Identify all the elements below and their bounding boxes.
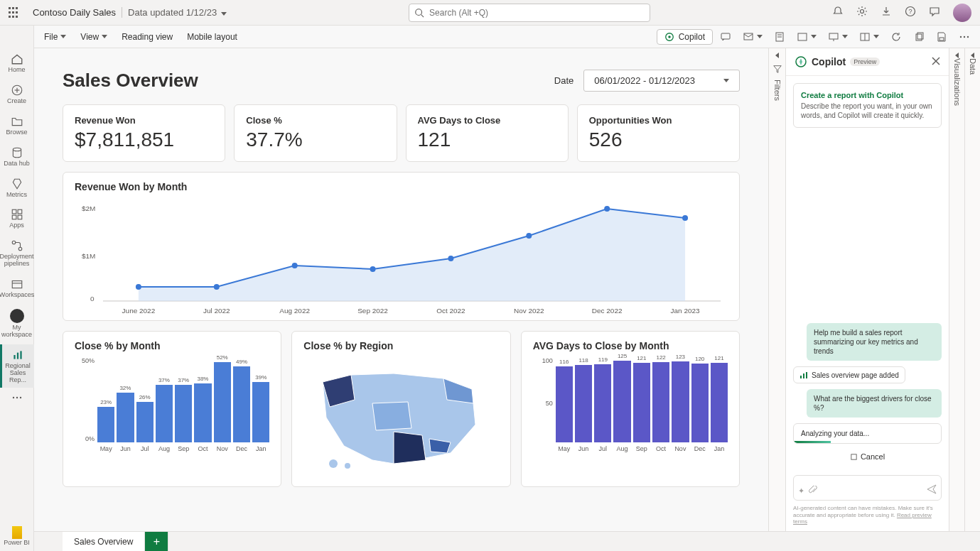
bookmark-icon[interactable] bbox=[770, 28, 790, 45]
more-icon[interactable] bbox=[954, 28, 974, 45]
reading-view-button[interactable]: Reading view bbox=[114, 29, 180, 45]
svg-rect-7 bbox=[721, 33, 730, 39]
svg-text:?: ? bbox=[908, 8, 912, 15]
us-map bbox=[303, 357, 498, 478]
layout-icon[interactable] bbox=[855, 28, 883, 45]
kpi-opps-won[interactable]: Opportunities Won526 bbox=[577, 104, 740, 162]
app-launcher-icon[interactable] bbox=[9, 7, 20, 18]
svg-point-40 bbox=[19, 397, 21, 398]
workspace-title: Contoso Daily Sales bbox=[33, 7, 116, 18]
user-message-1: Help me build a sales report summarizing… bbox=[807, 323, 942, 361]
view-icon[interactable] bbox=[792, 28, 821, 45]
svg-rect-68 bbox=[806, 372, 807, 378]
settings-icon[interactable] bbox=[856, 6, 868, 19]
comment-icon[interactable] bbox=[716, 28, 736, 45]
main-area: Sales Overview Date 06/01/2022 - 01/12/2… bbox=[34, 48, 980, 531]
chevron-left-icon bbox=[955, 53, 959, 58]
close-icon[interactable] bbox=[932, 57, 940, 67]
search-box[interactable] bbox=[409, 4, 650, 22]
svg-rect-19 bbox=[939, 38, 944, 40]
svg-text:Oct 2022: Oct 2022 bbox=[436, 307, 465, 315]
copilot-input[interactable]: ✦ bbox=[793, 475, 942, 501]
copilot-title: Copilot bbox=[812, 56, 846, 67]
copilot-icon bbox=[664, 32, 674, 42]
nav-browse[interactable]: Browse bbox=[0, 111, 34, 141]
page-tabs: Sales Overview + bbox=[34, 531, 980, 551]
send-icon[interactable] bbox=[927, 484, 937, 496]
svg-point-26 bbox=[13, 148, 21, 151]
nav-my-workspace[interactable]: My workspace bbox=[0, 305, 34, 343]
avgdays-xlabels: MayJunJulAugSepOctNovDecJan bbox=[533, 445, 728, 452]
subscribe-icon[interactable] bbox=[738, 28, 767, 45]
search-input[interactable] bbox=[409, 4, 650, 22]
download-icon[interactable] bbox=[881, 6, 892, 19]
tab-sales-overview[interactable]: Sales Overview bbox=[63, 532, 145, 551]
notifications-icon[interactable] bbox=[832, 6, 844, 19]
chart-mini-icon bbox=[799, 371, 808, 379]
present-icon[interactable] bbox=[824, 28, 852, 45]
add-tab-button[interactable]: + bbox=[145, 532, 168, 551]
nav-metrics[interactable]: Metrics bbox=[0, 173, 34, 203]
svg-rect-12 bbox=[798, 33, 807, 40]
svg-point-22 bbox=[967, 36, 969, 37]
svg-point-31 bbox=[12, 241, 16, 245]
nav-apps[interactable]: Apps bbox=[0, 204, 34, 234]
revenue-chart[interactable]: Revenue Won by Month $2M $1M 0 June 2022… bbox=[63, 172, 740, 321]
avgdays-chart[interactable]: AVG Days to Close by Month 10050 1161181… bbox=[521, 331, 740, 487]
copilot-suggestion-card[interactable]: Create a report with Copilot Describe th… bbox=[793, 83, 942, 128]
nav-pipelines[interactable]: Deployment pipelines bbox=[0, 235, 34, 272]
kpi-revenue[interactable]: Revenue Won$7,811,851 bbox=[63, 104, 225, 162]
topbar-actions: ? bbox=[832, 4, 971, 22]
nav-powerbi[interactable]: Power BI bbox=[0, 522, 34, 551]
feedback-icon[interactable] bbox=[929, 6, 940, 19]
refresh-icon[interactable] bbox=[886, 28, 906, 45]
data-pane-collapsed[interactable]: Data bbox=[964, 48, 980, 531]
nav-datahub[interactable]: Data hub bbox=[0, 142, 34, 172]
svg-text:$1M: $1M bbox=[82, 252, 95, 260]
close-pct-chart[interactable]: Close % by Month 50%0% 23%32%26%37%37%38… bbox=[63, 331, 281, 487]
nav-more[interactable] bbox=[0, 392, 34, 405]
preview-badge: Preview bbox=[850, 58, 880, 66]
user-avatar[interactable] bbox=[953, 4, 971, 22]
svg-rect-18 bbox=[917, 33, 923, 39]
sparkle-icon[interactable]: ✦ bbox=[798, 486, 804, 496]
copilot-panel: Copilot Preview Create a report with Cop… bbox=[785, 48, 949, 531]
svg-point-47 bbox=[292, 263, 298, 268]
kpi-avg-days[interactable]: AVG Days to Close121 bbox=[406, 104, 569, 162]
svg-rect-37 bbox=[20, 351, 21, 359]
avgdays-bars: 10050 116118119125121122123120121 bbox=[533, 357, 728, 442]
svg-text:Aug 2022: Aug 2022 bbox=[279, 307, 310, 315]
filters-pane-collapsed[interactable]: Filters bbox=[768, 48, 785, 531]
cancel-button[interactable]: Cancel bbox=[793, 449, 942, 464]
nav-regional-report[interactable]: Regional Sales Rep... bbox=[0, 344, 34, 388]
user-message-2: What are the biggest drivers for close %… bbox=[807, 389, 942, 418]
kpi-close-pct[interactable]: Close %37.7% bbox=[234, 104, 397, 162]
svg-point-20 bbox=[960, 36, 962, 37]
svg-point-6 bbox=[668, 36, 671, 38]
svg-rect-28 bbox=[18, 210, 22, 214]
nav-home[interactable]: Home bbox=[0, 48, 34, 78]
topbar: Contoso Daily Sales Data updated 1/12/23… bbox=[0, 0, 980, 26]
copy-icon[interactable] bbox=[909, 28, 929, 45]
help-icon[interactable]: ? bbox=[905, 6, 916, 19]
copilot-logo-icon bbox=[795, 55, 807, 68]
attachment-icon[interactable] bbox=[809, 486, 817, 496]
file-menu[interactable]: File bbox=[37, 29, 73, 45]
mobile-layout-button[interactable]: Mobile layout bbox=[180, 29, 244, 45]
filter-icon bbox=[772, 64, 782, 74]
svg-text:June 2022: June 2022 bbox=[122, 307, 156, 315]
close-pct-xlabels: MayJunJulAugSepOctNovDecJan bbox=[75, 445, 269, 452]
save-icon[interactable] bbox=[932, 28, 952, 45]
date-range-dropdown[interactable]: 06/01/2022 - 01/12/2023 bbox=[583, 70, 740, 92]
copilot-toggle-button[interactable]: Copilot bbox=[657, 29, 713, 45]
close-region-chart[interactable]: Close % by Region bbox=[291, 331, 510, 487]
svg-rect-17 bbox=[916, 34, 922, 40]
copilot-status: Analyzing your data... bbox=[793, 423, 942, 444]
nav-create[interactable]: Create bbox=[0, 80, 34, 109]
title-chevron-icon[interactable] bbox=[221, 8, 227, 18]
visualizations-pane-collapsed[interactable]: Visualizations bbox=[949, 48, 964, 531]
view-menu[interactable]: View bbox=[73, 29, 114, 45]
svg-point-39 bbox=[16, 397, 17, 398]
nav-workspaces[interactable]: Workspaces bbox=[0, 273, 34, 303]
svg-point-38 bbox=[12, 397, 14, 398]
